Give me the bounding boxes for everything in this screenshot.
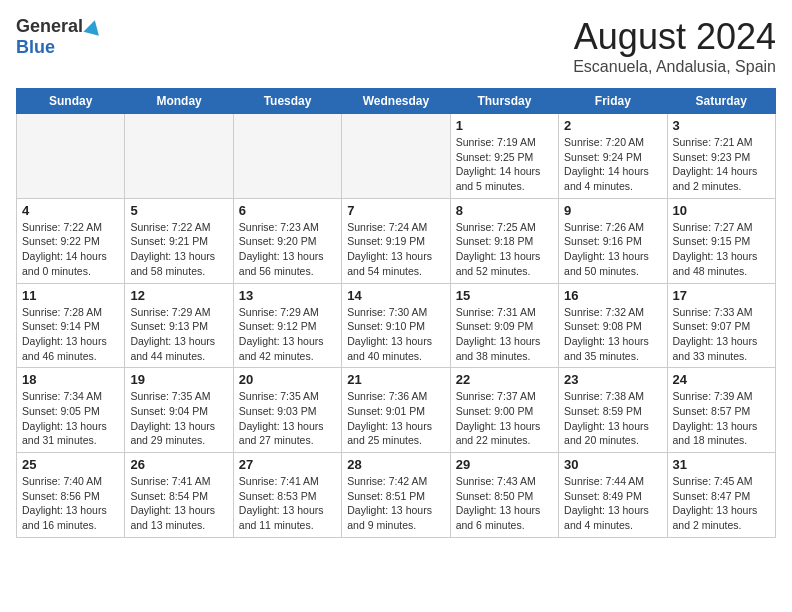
calendar-cell: 25Sunrise: 7:40 AM Sunset: 8:56 PM Dayli… xyxy=(17,453,125,538)
day-of-week-header: Tuesday xyxy=(233,89,341,114)
day-number: 1 xyxy=(456,118,553,133)
day-number: 24 xyxy=(673,372,770,387)
calendar-cell: 18Sunrise: 7:34 AM Sunset: 9:05 PM Dayli… xyxy=(17,368,125,453)
day-number: 10 xyxy=(673,203,770,218)
location-title: Escanuela, Andalusia, Spain xyxy=(573,58,776,76)
page-header: General Blue August 2024 Escanuela, Anda… xyxy=(16,16,776,76)
day-number: 7 xyxy=(347,203,444,218)
day-number: 12 xyxy=(130,288,227,303)
day-info: Sunrise: 7:24 AM Sunset: 9:19 PM Dayligh… xyxy=(347,220,444,279)
calendar-cell: 27Sunrise: 7:41 AM Sunset: 8:53 PM Dayli… xyxy=(233,453,341,538)
calendar-cell: 28Sunrise: 7:42 AM Sunset: 8:51 PM Dayli… xyxy=(342,453,450,538)
day-info: Sunrise: 7:35 AM Sunset: 9:04 PM Dayligh… xyxy=(130,389,227,448)
day-number: 5 xyxy=(130,203,227,218)
calendar-week-row: 1Sunrise: 7:19 AM Sunset: 9:25 PM Daylig… xyxy=(17,114,776,199)
calendar-cell: 26Sunrise: 7:41 AM Sunset: 8:54 PM Dayli… xyxy=(125,453,233,538)
calendar-cell xyxy=(233,114,341,199)
day-number: 31 xyxy=(673,457,770,472)
day-number: 8 xyxy=(456,203,553,218)
day-number: 14 xyxy=(347,288,444,303)
calendar-cell: 21Sunrise: 7:36 AM Sunset: 9:01 PM Dayli… xyxy=(342,368,450,453)
day-number: 9 xyxy=(564,203,661,218)
calendar-cell: 15Sunrise: 7:31 AM Sunset: 9:09 PM Dayli… xyxy=(450,283,558,368)
day-number: 21 xyxy=(347,372,444,387)
day-info: Sunrise: 7:32 AM Sunset: 9:08 PM Dayligh… xyxy=(564,305,661,364)
calendar-week-row: 25Sunrise: 7:40 AM Sunset: 8:56 PM Dayli… xyxy=(17,453,776,538)
day-of-week-header: Wednesday xyxy=(342,89,450,114)
calendar-header: SundayMondayTuesdayWednesdayThursdayFrid… xyxy=(17,89,776,114)
day-info: Sunrise: 7:38 AM Sunset: 8:59 PM Dayligh… xyxy=(564,389,661,448)
calendar-cell xyxy=(342,114,450,199)
calendar-cell: 8Sunrise: 7:25 AM Sunset: 9:18 PM Daylig… xyxy=(450,198,558,283)
calendar-cell: 29Sunrise: 7:43 AM Sunset: 8:50 PM Dayli… xyxy=(450,453,558,538)
calendar-cell: 30Sunrise: 7:44 AM Sunset: 8:49 PM Dayli… xyxy=(559,453,667,538)
calendar-cell xyxy=(125,114,233,199)
day-info: Sunrise: 7:25 AM Sunset: 9:18 PM Dayligh… xyxy=(456,220,553,279)
logo-icon xyxy=(84,18,103,36)
day-info: Sunrise: 7:30 AM Sunset: 9:10 PM Dayligh… xyxy=(347,305,444,364)
day-number: 19 xyxy=(130,372,227,387)
day-number: 2 xyxy=(564,118,661,133)
calendar-cell: 7Sunrise: 7:24 AM Sunset: 9:19 PM Daylig… xyxy=(342,198,450,283)
day-info: Sunrise: 7:34 AM Sunset: 9:05 PM Dayligh… xyxy=(22,389,119,448)
day-info: Sunrise: 7:23 AM Sunset: 9:20 PM Dayligh… xyxy=(239,220,336,279)
day-info: Sunrise: 7:41 AM Sunset: 8:53 PM Dayligh… xyxy=(239,474,336,533)
day-number: 27 xyxy=(239,457,336,472)
day-number: 3 xyxy=(673,118,770,133)
day-info: Sunrise: 7:19 AM Sunset: 9:25 PM Dayligh… xyxy=(456,135,553,194)
day-info: Sunrise: 7:29 AM Sunset: 9:12 PM Dayligh… xyxy=(239,305,336,364)
calendar-cell: 31Sunrise: 7:45 AM Sunset: 8:47 PM Dayli… xyxy=(667,453,775,538)
day-number: 17 xyxy=(673,288,770,303)
day-number: 13 xyxy=(239,288,336,303)
calendar-cell: 3Sunrise: 7:21 AM Sunset: 9:23 PM Daylig… xyxy=(667,114,775,199)
calendar-cell: 12Sunrise: 7:29 AM Sunset: 9:13 PM Dayli… xyxy=(125,283,233,368)
calendar-cell: 17Sunrise: 7:33 AM Sunset: 9:07 PM Dayli… xyxy=(667,283,775,368)
day-of-week-header: Sunday xyxy=(17,89,125,114)
day-info: Sunrise: 7:31 AM Sunset: 9:09 PM Dayligh… xyxy=(456,305,553,364)
day-number: 4 xyxy=(22,203,119,218)
calendar-cell: 10Sunrise: 7:27 AM Sunset: 9:15 PM Dayli… xyxy=(667,198,775,283)
day-info: Sunrise: 7:28 AM Sunset: 9:14 PM Dayligh… xyxy=(22,305,119,364)
day-info: Sunrise: 7:43 AM Sunset: 8:50 PM Dayligh… xyxy=(456,474,553,533)
day-number: 11 xyxy=(22,288,119,303)
calendar-cell xyxy=(17,114,125,199)
day-number: 23 xyxy=(564,372,661,387)
day-number: 30 xyxy=(564,457,661,472)
calendar-table: SundayMondayTuesdayWednesdayThursdayFrid… xyxy=(16,88,776,538)
day-info: Sunrise: 7:26 AM Sunset: 9:16 PM Dayligh… xyxy=(564,220,661,279)
day-info: Sunrise: 7:45 AM Sunset: 8:47 PM Dayligh… xyxy=(673,474,770,533)
calendar-cell: 16Sunrise: 7:32 AM Sunset: 9:08 PM Dayli… xyxy=(559,283,667,368)
day-info: Sunrise: 7:21 AM Sunset: 9:23 PM Dayligh… xyxy=(673,135,770,194)
month-title: August 2024 xyxy=(573,16,776,58)
calendar-cell: 6Sunrise: 7:23 AM Sunset: 9:20 PM Daylig… xyxy=(233,198,341,283)
calendar-cell: 4Sunrise: 7:22 AM Sunset: 9:22 PM Daylig… xyxy=(17,198,125,283)
day-number: 22 xyxy=(456,372,553,387)
day-number: 18 xyxy=(22,372,119,387)
title-block: August 2024 Escanuela, Andalusia, Spain xyxy=(573,16,776,76)
day-of-week-header: Thursday xyxy=(450,89,558,114)
day-number: 29 xyxy=(456,457,553,472)
days-of-week-row: SundayMondayTuesdayWednesdayThursdayFrid… xyxy=(17,89,776,114)
day-info: Sunrise: 7:27 AM Sunset: 9:15 PM Dayligh… xyxy=(673,220,770,279)
calendar-cell: 24Sunrise: 7:39 AM Sunset: 8:57 PM Dayli… xyxy=(667,368,775,453)
day-number: 15 xyxy=(456,288,553,303)
calendar-cell: 2Sunrise: 7:20 AM Sunset: 9:24 PM Daylig… xyxy=(559,114,667,199)
day-number: 16 xyxy=(564,288,661,303)
calendar-cell: 5Sunrise: 7:22 AM Sunset: 9:21 PM Daylig… xyxy=(125,198,233,283)
day-of-week-header: Friday xyxy=(559,89,667,114)
day-info: Sunrise: 7:22 AM Sunset: 9:22 PM Dayligh… xyxy=(22,220,119,279)
logo-general-text: General xyxy=(16,16,83,37)
day-of-week-header: Saturday xyxy=(667,89,775,114)
calendar-week-row: 11Sunrise: 7:28 AM Sunset: 9:14 PM Dayli… xyxy=(17,283,776,368)
day-number: 6 xyxy=(239,203,336,218)
day-info: Sunrise: 7:37 AM Sunset: 9:00 PM Dayligh… xyxy=(456,389,553,448)
day-info: Sunrise: 7:22 AM Sunset: 9:21 PM Dayligh… xyxy=(130,220,227,279)
calendar-cell: 23Sunrise: 7:38 AM Sunset: 8:59 PM Dayli… xyxy=(559,368,667,453)
calendar-cell: 19Sunrise: 7:35 AM Sunset: 9:04 PM Dayli… xyxy=(125,368,233,453)
calendar-cell: 13Sunrise: 7:29 AM Sunset: 9:12 PM Dayli… xyxy=(233,283,341,368)
calendar-cell: 9Sunrise: 7:26 AM Sunset: 9:16 PM Daylig… xyxy=(559,198,667,283)
calendar-cell: 14Sunrise: 7:30 AM Sunset: 9:10 PM Dayli… xyxy=(342,283,450,368)
calendar-cell: 22Sunrise: 7:37 AM Sunset: 9:00 PM Dayli… xyxy=(450,368,558,453)
day-number: 25 xyxy=(22,457,119,472)
logo: General Blue xyxy=(16,16,101,58)
